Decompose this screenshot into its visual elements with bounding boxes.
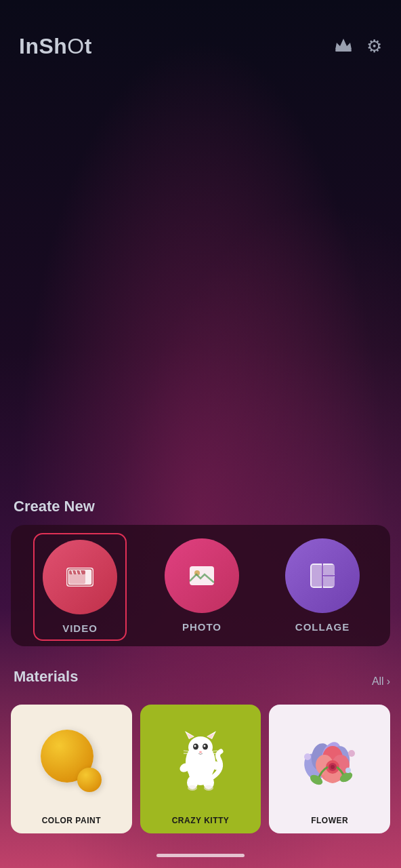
- svg-rect-11: [312, 565, 322, 587]
- svg-rect-12: [323, 565, 335, 575]
- app-logo: InShOt: [19, 34, 92, 59]
- materials-header: Materials All ›: [11, 668, 390, 695]
- svg-point-24: [194, 745, 196, 747]
- home-bar: [156, 854, 245, 857]
- svg-point-37: [204, 785, 213, 791]
- materials-all-link[interactable]: All ›: [372, 675, 390, 688]
- crazy-kitty-image: [140, 705, 261, 810]
- crown-icon[interactable]: [334, 36, 353, 57]
- header: InShOt ⚙: [0, 0, 401, 73]
- materials-grid: COLOR PAINT: [11, 705, 390, 833]
- home-indicator: [0, 847, 401, 868]
- svg-point-26: [199, 751, 202, 753]
- video-circle: [43, 540, 117, 614]
- photo-circle: [165, 538, 239, 613]
- chevron-icon: ›: [387, 675, 390, 688]
- create-new-card: VIDEO PHOTO: [11, 525, 390, 646]
- flower-svg: [297, 730, 362, 791]
- color-paint-image: [11, 705, 132, 810]
- create-new-section: Create New VIDEO: [0, 498, 401, 657]
- photo-icon: [186, 559, 218, 592]
- flower-label: FLOWER: [308, 810, 351, 833]
- create-new-title: Create New: [11, 498, 390, 515]
- material-crazy-kitty[interactable]: CRAZY KITTY: [140, 705, 261, 833]
- svg-point-49: [331, 765, 335, 769]
- header-actions: ⚙: [334, 36, 382, 57]
- create-collage-item[interactable]: COLLAGE: [285, 538, 360, 635]
- svg-point-53: [348, 750, 355, 757]
- svg-rect-8: [190, 566, 214, 585]
- settings-icon[interactable]: ⚙: [366, 36, 382, 57]
- svg-point-17: [188, 736, 213, 758]
- svg-point-54: [345, 768, 351, 773]
- collage-circle: [285, 538, 360, 613]
- create-video-item[interactable]: VIDEO: [33, 533, 127, 641]
- video-icon: [64, 561, 96, 593]
- svg-point-36: [188, 785, 197, 791]
- collage-icon: [306, 559, 339, 592]
- material-color-paint[interactable]: COLOR PAINT: [11, 705, 132, 833]
- cat-svg: [170, 728, 231, 793]
- create-photo-item[interactable]: PHOTO: [165, 538, 239, 635]
- svg-point-52: [304, 753, 311, 760]
- materials-section: Materials All › COLOR PAINT: [0, 657, 401, 847]
- svg-rect-13: [323, 576, 335, 587]
- material-flower[interactable]: FLOWER: [269, 705, 390, 833]
- svg-point-25: [204, 745, 206, 747]
- flower-image: [269, 705, 390, 810]
- crazy-kitty-label: CRAZY KITTY: [169, 810, 232, 833]
- materials-title: Materials: [11, 668, 78, 686]
- photo-label: PHOTO: [182, 621, 221, 633]
- video-label: VIDEO: [62, 623, 98, 634]
- color-paint-label: COLOR PAINT: [39, 810, 104, 833]
- projects-area: [0, 73, 401, 498]
- svg-rect-0: [335, 50, 352, 52]
- collage-label: COLLAGE: [295, 621, 350, 633]
